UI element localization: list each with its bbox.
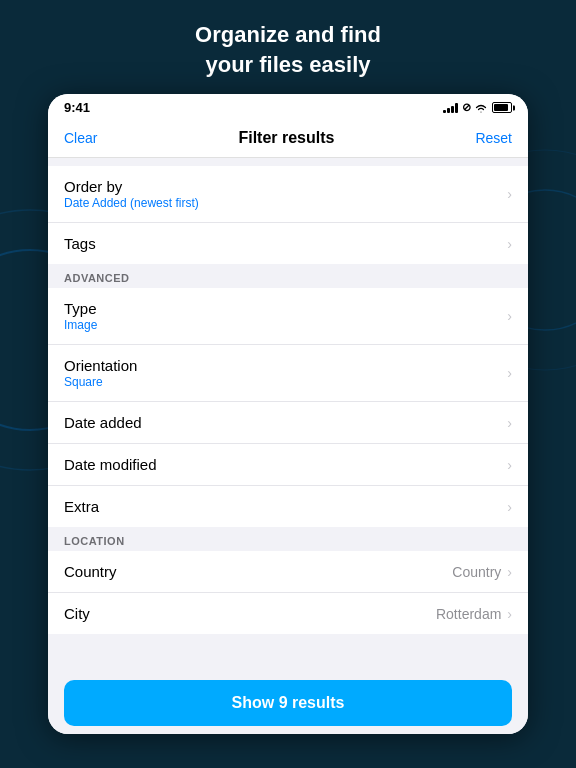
extra-item[interactable]: Extra › [48, 486, 528, 527]
orientation-chevron: › [507, 365, 512, 381]
show-results-button[interactable]: Show 9 results [64, 680, 512, 726]
orientation-item[interactable]: Orientation Square › [48, 345, 528, 402]
status-bar: 9:41 ⊘ [48, 94, 528, 119]
type-label: Type [64, 300, 507, 317]
extra-chevron: › [507, 499, 512, 515]
date-modified-item[interactable]: Date modified › [48, 444, 528, 486]
order-by-chevron: › [507, 186, 512, 202]
type-value: Image [64, 318, 507, 332]
order-by-label: Order by [64, 178, 507, 195]
date-added-chevron: › [507, 415, 512, 431]
date-modified-content: Date modified [64, 456, 507, 473]
bottom-bar: Show 9 results [48, 672, 528, 734]
extra-label: Extra [64, 498, 507, 515]
tags-content: Tags [64, 235, 507, 252]
type-chevron: › [507, 308, 512, 324]
city-item[interactable]: City Rotterdam › [48, 593, 528, 634]
country-chevron: › [507, 564, 512, 580]
city-value: Rotterdam [436, 606, 501, 622]
advanced-section-header: Advanced [48, 264, 528, 288]
orientation-content: Orientation Square [64, 357, 507, 389]
signal-icon [443, 103, 458, 113]
status-icons: ⊘ [443, 101, 512, 114]
wifi-icon: ⊘ [462, 101, 488, 114]
top-spacer [48, 158, 528, 166]
date-added-content: Date added [64, 414, 507, 431]
filter-results-title: Filter results [238, 129, 334, 147]
order-by-content: Order by Date Added (newest first) [64, 178, 507, 210]
type-item[interactable]: Type Image › [48, 288, 528, 345]
page-header: Organize and find your files easily [0, 0, 576, 94]
filter-content: Order by Date Added (newest first) › Tag… [48, 158, 528, 672]
orientation-value: Square [64, 375, 507, 389]
header-text: Organize and find your files easily [0, 20, 576, 79]
date-added-label: Date added [64, 414, 507, 431]
location-filter-group: Country Country › City Rotterdam › [48, 551, 528, 634]
date-modified-label: Date modified [64, 456, 507, 473]
country-label: Country [64, 563, 452, 580]
country-value: Country [452, 564, 501, 580]
city-chevron: › [507, 606, 512, 622]
status-time: 9:41 [64, 100, 90, 115]
reset-button[interactable]: Reset [475, 130, 512, 146]
phone-shell: 9:41 ⊘ Clear Filter results Reset [48, 94, 528, 734]
date-added-item[interactable]: Date added › [48, 402, 528, 444]
tags-label: Tags [64, 235, 507, 252]
nav-bar: Clear Filter results Reset [48, 119, 528, 158]
type-content: Type Image [64, 300, 507, 332]
tags-item[interactable]: Tags › [48, 223, 528, 264]
city-label: City [64, 605, 436, 622]
extra-content: Extra [64, 498, 507, 515]
city-content: City [64, 605, 436, 622]
date-modified-chevron: › [507, 457, 512, 473]
orientation-label: Orientation [64, 357, 507, 374]
country-item[interactable]: Country Country › [48, 551, 528, 593]
main-filter-group: Order by Date Added (newest first) › Tag… [48, 166, 528, 264]
bottom-spacer [48, 634, 528, 672]
battery-icon [492, 102, 512, 113]
order-by-value: Date Added (newest first) [64, 196, 507, 210]
country-content: Country [64, 563, 452, 580]
location-section-header: Location [48, 527, 528, 551]
tags-chevron: › [507, 236, 512, 252]
order-by-item[interactable]: Order by Date Added (newest first) › [48, 166, 528, 223]
clear-button[interactable]: Clear [64, 130, 97, 146]
advanced-filter-group: Type Image › Orientation Square › Date a… [48, 288, 528, 527]
